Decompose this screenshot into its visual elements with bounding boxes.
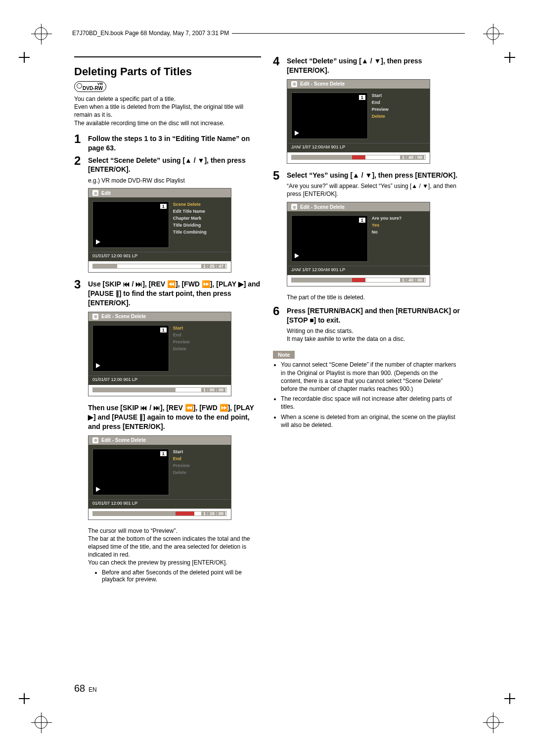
menu-item: Start: [173, 449, 227, 455]
progress-bar: 1 : 40 : 00: [291, 155, 426, 160]
step-3-after: The cursor will move to “Preview”. The b…: [88, 527, 261, 567]
osd-menu: Are you sure? Yes No: [372, 215, 426, 262]
step-5-text: Select “Yes” using [▲ / ▼], then press […: [287, 171, 460, 198]
step-4-text: Select “Delete” using [▲ / ▼], then pres…: [287, 56, 460, 75]
osd-footer: JAN/ 1/07 12:00AM 901 LP: [287, 266, 430, 275]
menu-item: End: [173, 332, 227, 338]
registration-mark-tl: [35, 27, 47, 40]
step-3: 3 Use [SKIP ⏮ / ⏭], [REV ⏪], [FWD ⏩], [P…: [74, 280, 261, 308]
menu-item: Preview: [173, 463, 227, 469]
menu-item: Title Combining: [173, 229, 227, 235]
note-item: When a scene is deleted from an original…: [281, 413, 460, 429]
page-num-big: 68: [74, 683, 85, 694]
crop-mark-bl: [19, 693, 30, 704]
step-1-number: 1: [74, 133, 88, 153]
osd-menu: Start End Preview Delete: [372, 93, 426, 139]
title-number-badge: 1: [359, 95, 365, 100]
menu-item: Delete: [173, 346, 227, 352]
note-item: You cannot select “Scene Delete” if the …: [281, 361, 460, 393]
menu-item: Title Dividing: [173, 222, 227, 228]
time-readout: 1 : 00 : 00: [201, 387, 225, 392]
note-label: Note: [273, 351, 295, 359]
osd-edit-menu: ◎Edit 1 Scene Delete Edit Title Name Cha…: [88, 188, 231, 273]
step-2-number: 2: [74, 155, 88, 175]
menu-item: End: [372, 99, 426, 105]
dvd-rw-badge: VR DVD-RW: [74, 81, 106, 92]
osd-start-point: ◎Edit - Scene Delete 1 Start End Preview…: [88, 312, 231, 396]
step-6-text: Press [RETURN/BACK] and then [RETURN/BAC…: [287, 306, 460, 343]
osd-step5: ◎Edit - Scene Delete 1 Are you sure? Yes…: [287, 202, 430, 286]
osd-preview-area: 1: [291, 215, 368, 262]
title-number-badge: 1: [160, 328, 167, 332]
dvd-disc-icon: ◎: [291, 81, 297, 87]
menu-item: Start: [372, 93, 426, 98]
osd-preview-area: 1: [92, 449, 169, 495]
menu-item: No: [372, 229, 426, 235]
crop-mark-tr: [504, 52, 515, 63]
header-stamp: E7J70BD_EN.book Page 68 Monday, May 7, 2…: [69, 30, 232, 37]
step-1: 1 Follow the steps 1 to 3 in “Editing Ti…: [74, 134, 261, 153]
page-number: 68 EN: [74, 683, 97, 694]
osd-footer: JAN/ 1/07 12:00AM 901 LP: [287, 143, 430, 152]
play-icon: [96, 487, 100, 492]
step-4: 4 Select “Delete” using [▲ / ▼], then pr…: [273, 56, 460, 75]
section-title: Deleting Parts of Titles: [74, 56, 261, 78]
right-column: 4 Select “Delete” using [▲ / ▼], then pr…: [273, 56, 460, 584]
crop-mark-tl: [19, 52, 30, 63]
time-readout: 1 : 40 : 00: [400, 155, 424, 160]
step-2: 2 Select “Scene Delete” using [▲ / ▼], t…: [74, 156, 261, 175]
step-3-bullet: Before and after 5seconds of the deleted…: [102, 569, 261, 583]
step-1-text: Follow the steps 1 to 3 in “Editing Titl…: [88, 134, 261, 153]
menu-item: Edit Title Name: [173, 208, 227, 214]
step-2-text: Select “Scene Delete” using [▲ / ▼], the…: [88, 156, 261, 175]
time-readout: 1 : 25 : 47: [201, 264, 225, 269]
badge-bottom: DVD-RW: [83, 86, 103, 91]
step-6-main: Press [RETURN/BACK] and then [RETURN/BAC…: [287, 307, 460, 324]
menu-item: Preview: [372, 106, 426, 112]
play-icon: [96, 363, 100, 368]
note-item: The recordable disc space will not incre…: [281, 395, 460, 411]
progress-bar: 1 : 15 : 00: [92, 511, 227, 516]
page-lang: EN: [89, 686, 97, 693]
osd-title-text: Edit - Scene Delete: [300, 81, 345, 87]
menu-item: Are you sure?: [372, 215, 426, 221]
notes-block: You cannot select “Scene Delete” if the …: [273, 361, 460, 429]
registration-mark-tr: [487, 27, 499, 40]
step-5-sub: “Are you sure?” will appear. Select “Yes…: [287, 182, 460, 198]
osd-preview-area: 1: [291, 93, 368, 139]
step-6: 6 Press [RETURN/BACK] and then [RETURN/B…: [273, 306, 460, 343]
osd-menu: Start End Preview Delete: [173, 449, 227, 495]
step-3-text: Use [SKIP ⏮ / ⏭], [REV ⏪], [FWD ⏩], [PLA…: [88, 280, 261, 308]
osd-title-text: Edit - Scene Delete: [101, 314, 146, 319]
header-bar: E7J70BD_EN.book Page 68 Monday, May 7, 2…: [69, 30, 465, 37]
progress-bar: 1 : 40 : 00: [291, 278, 426, 283]
step-5-number: 5: [273, 170, 287, 198]
step-4-number: 4: [273, 55, 287, 75]
osd-preview-area: 1: [92, 201, 169, 248]
osd-footer: 01/01/07 12:00 901 LP: [89, 376, 231, 385]
time-readout: 1 : 40 : 00: [400, 278, 424, 283]
menu-item: Delete: [173, 470, 227, 475]
osd-step4: ◎Edit - Scene Delete 1 Start End Preview…: [287, 79, 430, 164]
osd-end-point: ◎Edit - Scene Delete 1 Start End Preview…: [88, 435, 231, 520]
menu-item: Yes: [372, 222, 426, 228]
menu-item: Delete: [372, 113, 426, 119]
step-3-then: Then use [SKIP ⏮ / ⏭], [REV ⏪], [FWD ⏩],…: [88, 403, 261, 431]
registration-mark-br: [487, 716, 499, 729]
play-icon: [295, 131, 299, 136]
step-2-sub: e.g.) VR mode DVD-RW disc Playlist: [88, 177, 261, 184]
progress-bar: 1 : 00 : 00: [92, 387, 227, 392]
menu-item: Start: [173, 325, 227, 331]
menu-item: End: [173, 456, 227, 462]
step-6-number: 6: [273, 305, 287, 343]
intro-text: You can delete a specific part of a titl…: [74, 95, 261, 127]
title-number-badge: 1: [359, 218, 365, 223]
menu-item: Scene Delete: [173, 201, 227, 207]
osd-title-text: Edit - Scene Delete: [101, 437, 146, 443]
crop-mark-br: [504, 693, 515, 704]
osd-title-text: Edit - Scene Delete: [300, 204, 345, 210]
step-3-number: 3: [74, 279, 88, 308]
step-6-sub: Writing on the disc starts. It may take …: [287, 327, 460, 343]
osd-menu: Scene Delete Edit Title Name Chapter Mar…: [173, 201, 227, 248]
dvd-disc-icon: ◎: [291, 204, 297, 210]
